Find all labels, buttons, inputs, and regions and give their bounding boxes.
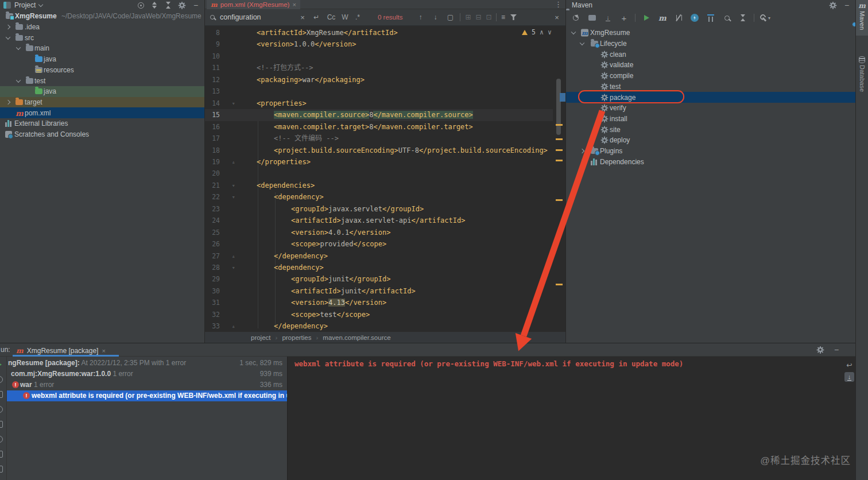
chevron-down-icon[interactable] [571,30,576,34]
multiline-search-icon[interactable]: ≡ [498,12,508,22]
project-tree-item-test[interactable]: test [0,75,204,86]
code-line-28[interactable]: 28▿<dependency> [205,262,553,273]
code-line-20[interactable]: 20 [205,168,553,179]
run-tree-row-0[interactable]: ngResume [package]: At 2022/1/12, 2:35 P… [7,358,287,369]
maven-panel-title[interactable]: Maven [572,1,592,9]
maven-tree-item-dependencies[interactable]: Dependencies [566,156,855,167]
locate-icon[interactable] [135,0,146,10]
code-line-25[interactable]: 25<version>4.0.1</version> [205,227,553,238]
maven-tree-item-deploy[interactable]: deploy [566,135,855,146]
code-line-18[interactable]: 18<project.build.sourceEncoding>UTF-8</p… [205,145,553,156]
rerun-icon[interactable] [0,361,2,368]
chevron-right-icon[interactable] [6,25,10,29]
inspection-widget[interactable]: 5 ∧ ∨ [522,28,552,36]
add-icon[interactable]: + [619,13,629,23]
project-tree-item-java[interactable]: java [0,54,204,65]
close-icon[interactable]: × [292,1,296,8]
run-tree-row-1[interactable]: com.mj:XmgResume:war:1.0.0 1 error939 ms [7,369,287,380]
maven-tree-item-clean[interactable]: clean [566,49,855,60]
profiles-icon[interactable] [706,13,716,23]
history-icon[interactable] [0,436,3,443]
close-icon[interactable]: × [102,347,105,354]
match-case-toggle[interactable]: Cc [326,12,336,22]
maven-tree-item-plugins[interactable]: Plugins [566,146,855,157]
soft-wrap-icon[interactable]: ↩ [844,360,854,370]
project-tree-item-target[interactable]: target [0,97,204,108]
editor-tab-pom[interactable]: m pom.xml (XmgResume) × [207,0,300,9]
maven-tree-item-install[interactable]: install [566,114,855,125]
remove-occurrence-icon[interactable]: ⊟ [473,12,483,22]
project-tree-item-src[interactable]: src [0,32,204,43]
code-line-9[interactable]: 9<version>1.0.0</version> [205,38,553,50]
code-line-13[interactable]: 13 [205,86,553,97]
settings-gear-icon[interactable] [815,344,826,355]
previous-occurrence-icon[interactable]: ↑ [415,12,425,22]
settings-gear-icon[interactable] [177,0,187,10]
pin-icon[interactable] [0,466,3,473]
collapse-all-icon[interactable] [163,0,173,10]
run-tree-row-3[interactable]: !webxml attribute is required (or pre-ex… [7,390,287,401]
chevron-down-icon[interactable] [580,41,584,45]
code-line-23[interactable]: 23<groupId>javax.servlet</groupId> [205,203,553,215]
skip-tests-icon[interactable] [673,13,684,23]
chevron-right-icon[interactable] [580,149,584,153]
clear-search-icon[interactable]: × [297,12,308,22]
stripe-tab-maven[interactable]: m Maven [856,0,868,36]
stop-icon[interactable] [0,376,3,383]
find-in-selection-icon[interactable]: ▢ [445,12,455,22]
stripe-tab-database[interactable]: Database [856,54,868,94]
maven-goal-icon[interactable]: m [657,13,668,23]
hide-panel-icon[interactable]: − [842,0,852,10]
settings-wrench-icon[interactable]: ▾ [760,13,770,23]
words-toggle[interactable]: W [340,12,350,22]
expand-all-icon[interactable] [149,0,160,10]
restart-icon[interactable] [0,391,3,398]
chevron-down-icon[interactable] [16,45,21,50]
breadcrumb-properties[interactable]: properties [282,334,311,341]
code-line-30[interactable]: 30<artifactId>junit</artifactId> [205,285,553,297]
hide-panel-icon[interactable]: − [191,0,201,10]
code-line-22[interactable]: 22▿<dependency> [205,191,553,203]
expand-icon[interactable] [0,421,3,428]
maven-tree-item-validate[interactable]: validate [566,60,855,71]
project-tree-item-main[interactable]: main [0,43,204,54]
project-tree-item-scratches-and-consoles[interactable]: Scratches and Consoles [0,129,204,140]
newline-icon[interactable]: ↵ [311,12,321,22]
add-occurrence-icon[interactable]: ⊞ [463,12,473,22]
code-line-15[interactable]: 15<maven.compiler.source>8</maven.compil… [205,109,553,121]
next-occurrence-icon[interactable]: ↓ [430,12,440,22]
code-line-21[interactable]: 21▿<dependencies> [205,180,553,191]
run-tree-row-2[interactable]: !war 1 error336 ms [7,380,287,390]
maven-tree-item-compile[interactable]: compile [566,71,855,82]
generate-sources-icon[interactable] [587,13,597,23]
maven-tree-item-verify[interactable]: verify [566,103,855,114]
project-tree-item-xmgresume[interactable]: XmgResume~/Desktop/JAVA/Code/JavaWeb/Xmg… [0,11,204,22]
chevron-down-icon[interactable] [38,2,43,6]
project-panel-title[interactable]: Project [14,1,36,9]
offline-mode-icon[interactable] [689,13,700,23]
code-line-14[interactable]: 14▿<properties> [205,98,553,109]
run-icon[interactable] [641,13,652,23]
filter-icon[interactable] [508,12,518,22]
code-line-12[interactable]: 12<packaging>war</packaging> [205,74,553,86]
code-line-26[interactable]: 26<scope>provided</scope> [205,238,553,250]
collapse-all-icon[interactable] [738,13,748,23]
chevron-down-icon[interactable] [6,34,10,39]
settings-gear-icon[interactable] [828,0,838,10]
prev-warning-icon[interactable]: ∧ [540,28,544,36]
error-stripe[interactable] [554,52,565,321]
select-all-occurrences-icon[interactable]: ⊡ [483,12,494,22]
chevron-down-icon[interactable] [16,78,21,82]
code-line-24[interactable]: 24<artifactId>javax.servlet-api</artifac… [205,215,553,226]
code-line-27[interactable]: 27▵</dependency> [205,250,553,262]
scrollbar-thumb[interactable] [556,79,561,135]
code-line-33[interactable]: 33▵</dependency> [205,320,553,332]
search-icon[interactable] [722,13,732,23]
project-tree-item-external-libraries[interactable]: External Libraries [0,118,204,129]
code-line-19[interactable]: 19▵</properties> [205,156,553,168]
maven-tree-item-site[interactable]: site [566,124,855,135]
code-line-11[interactable]: 11<!--打包方式--> [205,62,553,73]
hide-panel-icon[interactable]: − [831,344,842,355]
project-tree-item-java[interactable]: java [0,86,204,97]
regex-toggle[interactable]: .* [352,12,363,22]
